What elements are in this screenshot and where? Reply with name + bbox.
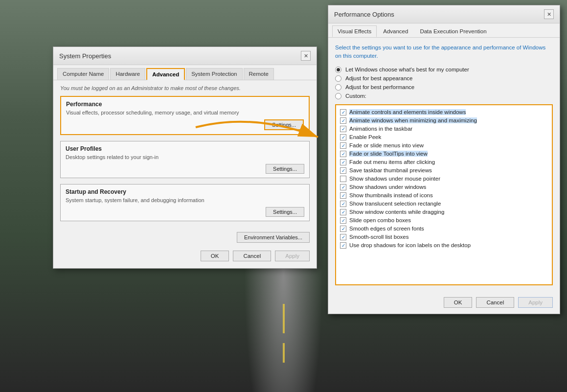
checkbox-3: ✓ [340,134,346,140]
perf-close-button[interactable]: ✕ [544,9,554,19]
system-title: System Properties [59,52,111,60]
checkbox-item-3[interactable]: ✓Enable Peek [340,133,548,141]
perf-content: Select the settings you want to use for … [328,38,560,293]
perf-cancel-button[interactable]: Cancel [476,297,514,308]
radio-custom[interactable]: Custom: [335,93,553,99]
system-ok-button[interactable]: OK [201,251,229,261]
perf-tab-advanced[interactable]: Advanced [378,25,413,37]
env-variables-button[interactable]: Environment Variables... [237,232,310,243]
tab-advanced[interactable]: Advanced [146,68,185,80]
checkbox-item-6[interactable]: ✓Fade out menu items after clicking [340,158,548,166]
radio-label-custom: Custom: [345,93,366,99]
perf-radio-group: Let Windows choose what's best for my co… [335,67,553,99]
user-profiles-desc: Desktop settings related to your sign-in [66,154,304,160]
radio-btn-let-windows [335,67,341,73]
checkbox-item-7[interactable]: ✓Save taskbar thumbnail previews [340,166,548,175]
system-desc: You must be logged on as an Administrato… [60,85,310,91]
performance-options-dialog: Performance Options ✕ Visual Effects Adv… [328,5,560,314]
checkbox-item-14[interactable]: ✓Smooth edges of screen fonts [340,225,548,233]
user-profiles-settings-row: Settings... [66,164,304,174]
system-apply-button[interactable]: Apply [275,251,310,261]
checkbox-label-16: Use drop shadows for icon labels on the … [349,242,471,248]
checkbox-item-0[interactable]: ✓Animate controls and elements inside wi… [340,108,548,116]
performance-settings-row: Settings... [66,119,304,130]
tab-system-protection[interactable]: System Protection [186,68,242,80]
perf-desc: Select the settings you want to use for … [335,44,553,61]
checkbox-label-7: Save taskbar thumbnail previews [349,167,432,173]
checkbox-1: ✓ [340,117,346,124]
radio-best-performance[interactable]: Adjust for best performance [335,84,553,91]
checkbox-label-13: Slide open combo boxes [349,217,411,223]
checkbox-item-12[interactable]: ✓Show window contents while dragging [340,208,548,216]
checkbox-item-5[interactable]: ✓Fade or slide ToolTips into view [340,150,548,158]
checkbox-2: ✓ [340,126,346,132]
checkbox-4: ✓ [340,142,346,149]
checkbox-7: ✓ [340,167,346,174]
performance-settings-button[interactable]: Settings... [264,119,304,130]
perf-tab-visual-effects[interactable]: Visual Effects [332,25,377,37]
checkbox-11: ✓ [340,201,346,207]
perf-bottom-buttons: OK Cancel Apply [328,293,560,314]
checkbox-item-1[interactable]: ✓Animate windows when minimizing and max… [340,116,548,125]
radio-label-best-performance: Adjust for best performance [345,84,414,90]
checkbox-8 [340,176,346,182]
checkbox-5: ✓ [340,151,346,157]
checkbox-16: ✓ [340,242,346,249]
tab-remote[interactable]: Remote [244,68,274,80]
system-bottom-buttons: OK Cancel Apply [53,247,317,268]
checkbox-13: ✓ [340,217,346,224]
checkbox-item-8[interactable]: Show shadows under mouse pointer [340,175,548,183]
tab-computer-name[interactable]: Computer Name [57,68,109,80]
system-close-button[interactable]: ✕ [301,51,311,61]
checkbox-label-5: Fade or slide ToolTips into view [349,151,428,157]
tab-hardware[interactable]: Hardware [110,68,145,80]
checkbox-item-16[interactable]: ✓Use drop shadows for icon labels on the… [340,241,548,250]
system-cancel-button[interactable]: Cancel [233,251,271,261]
radio-let-windows[interactable]: Let Windows choose what's best for my co… [335,67,553,73]
checkbox-item-4[interactable]: ✓Fade or slide menus into view [340,141,548,150]
system-titlebar: System Properties ✕ [53,47,317,65]
user-profiles-settings-button[interactable]: Settings... [266,164,304,174]
startup-settings-button[interactable]: Settings... [266,207,304,217]
checkbox-15: ✓ [340,234,346,240]
radio-btn-best-appearance [335,75,341,82]
checkbox-item-13[interactable]: ✓Slide open combo boxes [340,216,548,225]
checkbox-label-11: Show translucent selection rectangle [349,201,441,207]
perf-apply-button[interactable]: Apply [518,297,553,308]
performance-desc: Visual effects, processor scheduling, me… [66,110,304,115]
checkbox-label-9: Show shadows under windows [349,184,426,190]
checkbox-label-4: Fade or slide menus into view [349,142,424,148]
checkbox-list[interactable]: ✓Animate controls and elements inside wi… [335,104,553,285]
system-tabs: Computer Name Hardware Advanced System P… [53,65,317,80]
checkbox-14: ✓ [340,226,346,232]
checkbox-item-11[interactable]: ✓Show translucent selection rectangle [340,200,548,208]
checkbox-label-6: Fade out menu items after clicking [349,159,435,165]
startup-settings-row: Settings... [66,207,304,217]
checkbox-label-10: Show thumbnails instead of icons [349,192,433,198]
checkbox-10: ✓ [340,192,346,199]
perf-ok-button[interactable]: OK [444,297,473,308]
startup-title: Startup and Recovery [66,188,304,195]
radio-label-best-appearance: Adjust for best appearance [345,75,412,81]
checkbox-label-8: Show shadows under mouse pointer [349,176,440,182]
road-marking-1 [283,304,285,333]
performance-title: Performance [66,101,304,108]
perf-tabs-bar: Visual Effects Advanced Data Execution P… [328,23,560,38]
checkbox-item-2[interactable]: ✓Animations in the taskbar [340,125,548,133]
radio-best-appearance[interactable]: Adjust for best appearance [335,75,553,82]
checkbox-item-9[interactable]: ✓Show shadows under windows [340,183,548,191]
startup-section: Startup and Recovery System startup, sys… [60,184,310,221]
checkbox-label-3: Enable Peek [349,134,381,140]
user-profiles-title: User Profiles [66,145,304,152]
checkbox-item-15[interactable]: ✓Smooth-scroll list boxes [340,233,548,241]
radio-btn-best-performance [335,84,341,91]
checkbox-label-15: Smooth-scroll list boxes [349,234,408,240]
radio-label-let-windows: Let Windows choose what's best for my co… [345,67,469,72]
checkbox-item-10[interactable]: ✓Show thumbnails instead of icons [340,191,548,200]
perf-title: Performance Options [334,11,394,18]
checkbox-label-1: Animate windows when minimizing and maxi… [349,117,477,123]
perf-titlebar: Performance Options ✕ [328,5,560,23]
system-properties-dialog: System Properties ✕ Computer Name Hardwa… [53,46,317,269]
user-profiles-section: User Profiles Desktop settings related t… [60,141,310,178]
perf-tab-dep[interactable]: Data Execution Prevention [414,25,492,37]
